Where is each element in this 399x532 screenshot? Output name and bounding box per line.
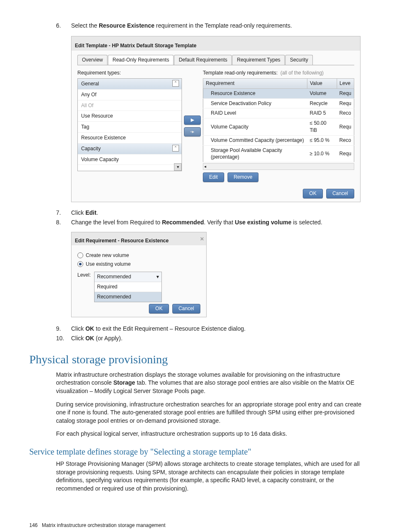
edit-requirement-dialog: Edit Requirement - Resource Existence ✕ … — [71, 232, 207, 317]
move-right-button[interactable]: ▶ — [184, 116, 201, 125]
horizontal-scrollbar[interactable]: ◂ — [203, 163, 354, 170]
table-row[interactable]: Volume Committed Capacity (percentage)≤ … — [203, 135, 354, 145]
triangle-right-icon: ▶ — [191, 117, 194, 123]
list-item-tag[interactable]: Tag — [78, 122, 182, 133]
page-footer: 146 Matrix infrastructure orchestration … — [29, 522, 370, 529]
list-item-general[interactable]: General ⌃ — [78, 79, 182, 90]
step-6-number: 6. — [56, 22, 71, 30]
list-item-capacity[interactable]: Capacity ⌃ — [78, 144, 182, 154]
list-item-resource-existence[interactable]: Resource Existence — [78, 133, 182, 144]
tab-default-requirements[interactable]: Default Requirements — [174, 55, 232, 65]
radio-use-existing-volume[interactable] — [77, 261, 83, 267]
tab-overview[interactable]: Overview — [77, 55, 107, 65]
step-8-text: Change the level from Required to Recomm… — [71, 218, 370, 227]
col-level[interactable]: Leve — [337, 78, 354, 88]
step-9-number: 9. — [56, 325, 71, 333]
step-7-number: 7. — [56, 209, 71, 217]
heading-service-template-defines-storage: Service template defines storage by "Sel… — [29, 446, 370, 457]
radio-label: Create new volume — [86, 252, 129, 259]
list-item-volume-capacity[interactable]: Volume Capacity — [78, 154, 182, 165]
edit-button[interactable]: Edit — [203, 172, 224, 182]
table-row[interactable]: Service Deactivation PolicyRecycleRequ — [203, 98, 354, 108]
paragraph: For each physical logical server, infras… — [56, 430, 370, 438]
step-10-text: Click OK (or Apply). — [71, 334, 370, 343]
tab-requirement-types[interactable]: Requirement Types — [232, 55, 285, 65]
level-dropdown[interactable]: Recommended ▾ Required Recommended — [94, 272, 162, 302]
paragraph: HP Storage Provisioning Manager (SPM) al… — [56, 460, 370, 493]
table-row[interactable]: RAID LevelRAID 5Reco — [203, 108, 354, 118]
tab-read-only-requirements[interactable]: Read-Only Requirements — [108, 55, 174, 65]
col-requirement[interactable]: Requirement — [203, 78, 307, 88]
list-item-all-of: All Of — [78, 100, 182, 111]
dropdown-option-required[interactable]: Required — [95, 282, 161, 292]
col-value[interactable]: Value — [307, 78, 337, 88]
table-row[interactable]: Storage Pool Available Capacity (percent… — [203, 145, 354, 162]
close-icon[interactable]: ✕ — [200, 236, 204, 243]
step-10-number: 10. — [56, 334, 71, 343]
scroll-down-icon[interactable]: ▾ — [174, 163, 182, 171]
edit-template-title: Edit Template - HP Matrix Default Storag… — [72, 36, 360, 51]
ok-button[interactable]: OK — [303, 189, 322, 198]
requirement-types-listbox[interactable]: ▴ General ⌃ Any Of All Of Use Resource T… — [77, 78, 182, 171]
chevron-down-icon: ▾ — [156, 273, 159, 280]
collapse-icon[interactable]: ⌃ — [172, 145, 179, 152]
edit-template-panel: Edit Template - HP Matrix Default Storag… — [71, 36, 361, 202]
tab-security[interactable]: Security — [285, 55, 312, 65]
requirement-types-label: Requirement types: — [77, 69, 182, 77]
step-7-text: Click Edit. — [71, 209, 370, 217]
step-6-text: Select the Resource Existence requiremen… — [71, 22, 370, 30]
list-item-use-resource[interactable]: Use Resource — [78, 111, 182, 122]
paragraph: Matrix infrastructure orchestration disp… — [56, 371, 370, 396]
edit-requirement-title: Edit Requirement - Resource Existence ✕ — [72, 232, 206, 245]
triangle-right-icon: ▸ — [192, 129, 194, 135]
collapse-icon[interactable]: ⌃ — [172, 80, 179, 87]
remove-button[interactable]: Remove — [228, 172, 259, 182]
radio-label: Use existing volume — [86, 261, 130, 268]
ok-button[interactable]: OK — [149, 304, 169, 314]
step-8-number: 8. — [56, 218, 71, 227]
table-row[interactable]: Resource ExistenceVolumeRequ — [203, 88, 354, 98]
radio-create-new-volume[interactable] — [77, 252, 83, 258]
template-requirements-label: Template read-only requirements: (all of… — [203, 69, 354, 77]
requirements-table: Requirement Value Leve Resource Existenc… — [203, 78, 354, 162]
dropdown-option-recommended[interactable]: Recommended — [95, 292, 161, 302]
step-9-text: Click OK to exit the Edit Requirement – … — [71, 325, 370, 333]
cancel-button[interactable]: Cancel — [172, 304, 200, 314]
move-right-all-button[interactable]: ▫ ▸ — [184, 127, 201, 136]
list-item-any-of[interactable]: Any Of — [78, 90, 182, 100]
tabs-bar: Overview Read-Only Requirements Default … — [77, 55, 354, 65]
paragraph: During service provisioning, infrastruct… — [56, 401, 370, 425]
level-label: Level: — [77, 272, 91, 279]
table-row[interactable]: Volume Capacity≤ 50.00 TiBRequ — [203, 118, 354, 136]
triangle-left-icon: ◂ — [204, 164, 206, 170]
cancel-button[interactable]: Cancel — [326, 189, 354, 198]
heading-physical-storage-provisioning: Physical storage provisioning — [29, 351, 370, 368]
